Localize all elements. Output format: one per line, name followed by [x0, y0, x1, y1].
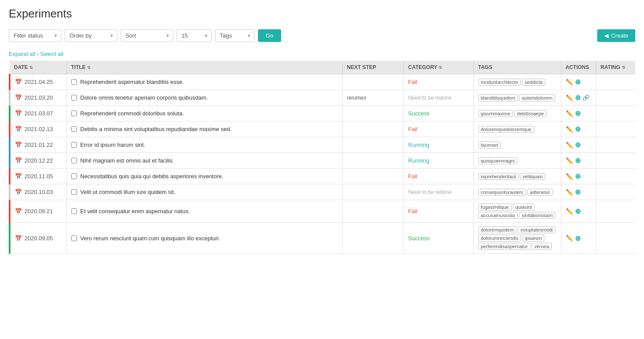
- col-header-actions: ACTIONS: [561, 61, 596, 74]
- sort-select[interactable]: Sort: [121, 29, 173, 42]
- calendar-icon: 📅: [15, 142, 22, 148]
- add-icon[interactable]: ⊕: [575, 109, 581, 118]
- rating-cell: [596, 106, 635, 121]
- add-icon[interactable]: ⊕: [575, 207, 581, 215]
- category-value: Fail: [408, 126, 418, 132]
- tag-badge[interactable]: autemdolorem: [519, 94, 555, 101]
- tag-badge[interactable]: debitissaepe: [514, 110, 547, 117]
- category-sort-icon: ⇅: [439, 65, 442, 70]
- tag-badge[interactable]: adtenetur: [527, 189, 553, 196]
- tag-badge[interactable]: inciduntarchitecto: [478, 79, 521, 86]
- page-size-select[interactable]: 15: [177, 29, 212, 42]
- edit-icon[interactable]: ✏️: [566, 94, 573, 101]
- edit-icon[interactable]: ✏️: [566, 173, 573, 180]
- page-size-wrapper[interactable]: 15: [177, 29, 212, 42]
- edit-icon[interactable]: ✏️: [566, 189, 573, 196]
- title-cell: Velit ut commodi illum iure quidem sit.: [66, 184, 342, 200]
- tag-badge[interactable]: velitquasi: [520, 173, 545, 180]
- tag-badge[interactable]: fugasimilique: [478, 204, 512, 211]
- row-checkbox[interactable]: [71, 111, 77, 116]
- select-all-link[interactable]: Select all: [40, 51, 63, 57]
- table-row: 📅2021.02.13Debitis a minima sint volupta…: [10, 121, 635, 137]
- tags-wrapper[interactable]: Tags: [215, 29, 254, 42]
- actions-cell: ✏️ ⊕: [561, 153, 596, 169]
- title-text: Necessitatibus quis quia qui debitis asp…: [80, 173, 223, 180]
- filter-status-select[interactable]: Filter status: [9, 29, 61, 42]
- create-button[interactable]: ◀ Create: [597, 29, 635, 42]
- category-value: Need to be redone: [408, 189, 452, 195]
- col-header-title[interactable]: TITLE ⇅: [66, 61, 342, 74]
- rating-cell: [596, 169, 635, 184]
- actions-cell: ✏️ ⊕: [561, 184, 596, 200]
- tag-badge[interactable]: sintlaboriosam: [519, 212, 555, 219]
- tag-badge[interactable]: ipsummaxime: [478, 110, 513, 117]
- sort-wrapper[interactable]: Sort: [121, 29, 173, 42]
- tag-badge[interactable]: doloremquidem: [478, 226, 517, 233]
- title-text: Dolore omnis tenetur aperiam corporis qu…: [80, 94, 208, 101]
- filter-status-wrapper[interactable]: Filter status: [9, 29, 61, 42]
- edit-icon[interactable]: ✏️: [566, 126, 573, 133]
- tag-badge[interactable]: ipsanon: [522, 235, 545, 242]
- actions-cell: ✏️ ⊕: [561, 223, 596, 254]
- calendar-icon: 📅: [15, 126, 22, 132]
- edit-icon[interactable]: ✏️: [566, 235, 573, 242]
- edit-icon[interactable]: ✏️: [566, 79, 573, 86]
- title-sort-icon: ⇅: [87, 65, 91, 70]
- order-by-select[interactable]: Order by: [65, 29, 117, 42]
- tag-badge[interactable]: quisquammagni: [478, 157, 518, 164]
- tag-badge[interactable]: reprehenderitaut: [478, 173, 519, 180]
- tag-badge[interactable]: quiasint: [513, 204, 535, 211]
- add-icon[interactable]: ⊕: [575, 78, 581, 86]
- tag-badge[interactable]: seddicta: [522, 79, 545, 86]
- category-value: Fail: [408, 208, 418, 214]
- add-icon[interactable]: ⊕: [575, 141, 581, 149]
- add-icon[interactable]: ⊕: [575, 234, 581, 242]
- add-icon[interactable]: ⊕: [575, 188, 581, 196]
- title-text: Reprehenderit aspernatur blanditiis esse…: [80, 79, 184, 85]
- category-cell: Running: [404, 153, 473, 169]
- table-header-row: DATE ⇅ TITLE ⇅ NEXT STEP CATEGORY ⇅ TAGS…: [10, 61, 635, 74]
- category-value: Fail: [408, 79, 418, 85]
- tag-badge[interactable]: veroea: [532, 243, 552, 250]
- edit-icon[interactable]: ✏️: [566, 142, 573, 149]
- edit-icon[interactable]: ✏️: [566, 110, 573, 117]
- edit-icon[interactable]: ✏️: [566, 157, 573, 164]
- expand-all-link[interactable]: Expand all: [9, 51, 35, 57]
- row-checkbox[interactable]: [71, 235, 77, 241]
- tag-badge[interactable]: blanditiisquidem: [478, 94, 518, 101]
- row-checkbox[interactable]: [71, 142, 77, 148]
- tag-badge[interactable]: perferendisaspernatur: [478, 243, 531, 250]
- actions-cell: ✏️ ⊕: [561, 137, 596, 153]
- date-cell: 📅2021.04.25: [10, 74, 66, 90]
- add-icon[interactable]: ⊕: [575, 125, 581, 133]
- link-icon[interactable]: 🔗: [582, 94, 589, 101]
- col-header-rating[interactable]: RATING ⇅: [596, 61, 635, 74]
- calendar-icon: 📅: [15, 79, 22, 85]
- col-header-category[interactable]: CATEGORY ⇅: [404, 61, 473, 74]
- row-checkbox[interactable]: [71, 208, 77, 214]
- col-header-date[interactable]: DATE ⇅: [10, 61, 66, 74]
- add-icon[interactable]: ⊕: [575, 172, 581, 180]
- tags-select[interactable]: Tags: [215, 29, 254, 42]
- calendar-icon: 📅: [15, 94, 22, 101]
- add-icon[interactable]: ⊕: [575, 93, 581, 102]
- tag-badge[interactable]: voluptatesmodi: [518, 226, 555, 233]
- row-checkbox[interactable]: [71, 79, 77, 85]
- add-icon[interactable]: ⊕: [575, 156, 581, 165]
- tag-badge[interactable]: doloremquedoloremque: [478, 126, 534, 133]
- tag-badge[interactable]: accusamusiusto: [478, 212, 518, 219]
- order-by-wrapper[interactable]: Order by: [65, 29, 117, 42]
- row-checkbox[interactable]: [71, 173, 77, 179]
- tag-badge[interactable]: consequunturautem: [478, 189, 526, 196]
- row-checkbox[interactable]: [71, 158, 77, 163]
- go-button[interactable]: Go: [258, 29, 281, 42]
- category-value: Running: [408, 157, 429, 164]
- row-checkbox[interactable]: [71, 95, 77, 100]
- row-checkbox[interactable]: [71, 126, 77, 132]
- edit-icon[interactable]: ✏️: [566, 208, 573, 215]
- tag-badge[interactable]: facereet: [478, 142, 501, 149]
- tag-badge[interactable]: dolorumreiciendis: [478, 235, 521, 242]
- row-checkbox[interactable]: [71, 189, 77, 195]
- date-value: 2021.01.22: [24, 142, 53, 148]
- title-cell: Debitis a minima sint voluptatibus repud…: [66, 121, 342, 137]
